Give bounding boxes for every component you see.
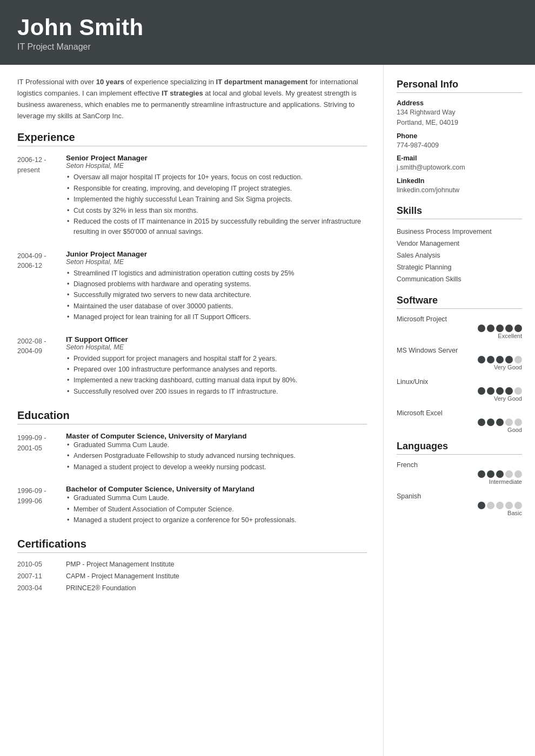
skill-item-1: Vendor Management: [397, 238, 522, 249]
personal-info-email: E-mail j.smith@uptowork.com: [397, 154, 522, 173]
dot: [505, 502, 513, 509]
education-title-2: Bachelor of Computer Science, University…: [66, 485, 367, 493]
software-section: Software Microsoft Project Excellent: [397, 295, 522, 433]
education-entry-2: 1996-09 - 1999-06 Bachelor of Computer S…: [17, 485, 367, 526]
candidate-title: IT Project Manager: [17, 42, 518, 52]
experience-entry-2: 2004-09 - 2006-12 Junior Project Manager…: [17, 250, 367, 323]
list-item: Reduced the costs of IT maintenance in 2…: [66, 217, 367, 238]
experience-company-2: Seton Hospital, ME: [66, 258, 367, 266]
cert-entry-2: 2007-11 CAPM - Project Management Instit…: [17, 572, 367, 580]
list-item: Implemented the highly successful Lean T…: [66, 194, 367, 205]
address-label: Address: [397, 99, 522, 107]
language-name-0: French: [397, 461, 522, 469]
software-name-3: Microsoft Excel: [397, 409, 522, 417]
list-item: Oversaw all major hospital IT projects f…: [66, 172, 367, 183]
phone-label: Phone: [397, 132, 522, 140]
list-item: Andersen Postgraduate Fellowship to stud…: [66, 451, 367, 461]
education-bullets-1: Graduated Summa Cum Laude. Andersen Post…: [66, 440, 367, 473]
personal-info-section: Personal Info Address 134 Rightward WayP…: [397, 79, 522, 195]
list-item: Cut costs by 32% in less than six months…: [66, 206, 367, 216]
education-date-2: 1996-09 - 1999-06: [17, 485, 66, 526]
list-item: Prepared over 100 infrastructure perform…: [66, 364, 367, 375]
dot: [496, 470, 504, 478]
language-dots-1: [397, 502, 522, 509]
list-item: Successfully migrated two servers to new…: [66, 290, 367, 300]
experience-company-1: Seton Hospital, ME: [66, 162, 367, 170]
personal-info-linkedin: LinkedIn linkedin.com/johnutw: [397, 177, 522, 195]
software-label-1: Very Good: [397, 364, 522, 370]
email-label: E-mail: [397, 154, 522, 162]
experience-entry-3: 2002-08 - 2004-09 IT Support Officer Set…: [17, 335, 367, 398]
list-item: Graduated Summa Cum Laude.: [66, 493, 367, 503]
languages-section: Languages French Intermediate Spanis: [397, 441, 522, 516]
dot: [496, 387, 504, 395]
summary: IT Professional with over 10 years of ex…: [17, 77, 367, 122]
right-column: Personal Info Address 134 Rightward WayP…: [384, 65, 535, 756]
cert-name-3: PRINCE2® Foundation: [66, 584, 136, 592]
experience-company-3: Seton Hospital, ME: [66, 343, 367, 351]
experience-date-1: 2006-12 - present: [17, 154, 66, 238]
language-label-1: Basic: [397, 510, 522, 516]
experience-heading: Experience: [17, 131, 367, 146]
cert-date-2: 2007-11: [17, 572, 66, 580]
list-item: Maintained the user database of over 300…: [66, 301, 367, 312]
software-entry-2: Linux/Unix Very Good: [397, 378, 522, 402]
experience-content-1: Senior Project Manager Seton Hospital, M…: [66, 154, 367, 238]
experience-title-2: Junior Project Manager: [66, 250, 367, 258]
linkedin-label: LinkedIn: [397, 177, 522, 185]
header: John Smith IT Project Manager: [0, 0, 535, 65]
education-content-2: Bachelor of Computer Science, University…: [66, 485, 367, 526]
languages-heading: Languages: [397, 441, 522, 455]
list-item: Responsible for creating, improving, and…: [66, 184, 367, 194]
dot: [505, 470, 513, 478]
cert-entry-3: 2003-04 PRINCE2® Foundation: [17, 584, 367, 592]
dot: [505, 356, 513, 363]
experience-content-3: IT Support Officer Seton Hospital, ME Pr…: [66, 335, 367, 398]
software-name-1: MS Windows Server: [397, 347, 522, 354]
language-entry-1: Spanish Basic: [397, 492, 522, 516]
certifications-heading: Certifications: [17, 538, 367, 553]
dot: [505, 387, 513, 395]
skill-item-3: Strategic Planning: [397, 261, 522, 273]
list-item: Graduated Summa Cum Laude.: [66, 440, 367, 450]
software-name-0: Microsoft Project: [397, 315, 522, 323]
dot: [505, 418, 513, 426]
dot: [487, 325, 494, 332]
personal-info-address: Address 134 Rightward WayPortland, ME, 0…: [397, 99, 522, 128]
phone-value: 774-987-4009: [397, 140, 522, 151]
education-title-1: Master of Computer Science, University o…: [66, 432, 367, 440]
software-label-2: Very Good: [397, 395, 522, 402]
experience-date-2: 2004-09 - 2006-12: [17, 250, 66, 323]
cert-date-3: 2003-04: [17, 584, 66, 592]
personal-info-phone: Phone 774-987-4009: [397, 132, 522, 151]
body-layout: IT Professional with over 10 years of ex…: [0, 65, 535, 756]
linkedin-value: linkedin.com/johnutw: [397, 185, 522, 195]
resume-container: John Smith IT Project Manager IT Profess…: [0, 0, 535, 756]
dot: [514, 325, 522, 332]
list-item: Managed a student project to develop a w…: [66, 462, 367, 473]
dot: [478, 470, 485, 478]
dot: [478, 356, 485, 363]
cert-name-1: PMP - Project Management Institute: [66, 561, 175, 568]
software-dots-1: [397, 356, 522, 363]
list-item: Managed a student project to organize a …: [66, 515, 367, 525]
language-entry-0: French Intermediate: [397, 461, 522, 485]
dot: [514, 502, 522, 509]
software-label-3: Good: [397, 427, 522, 433]
dot: [505, 325, 513, 332]
dot: [514, 387, 522, 395]
experience-bullets-3: Provided support for project managers an…: [66, 354, 367, 397]
language-name-1: Spanish: [397, 492, 522, 500]
software-entry-1: MS Windows Server Very Good: [397, 347, 522, 370]
list-item: Implemented a new tracking dashboard, cu…: [66, 375, 367, 386]
software-dots-0: [397, 325, 522, 332]
list-item: Provided support for project managers an…: [66, 354, 367, 364]
dot: [496, 356, 504, 363]
software-name-2: Linux/Unix: [397, 378, 522, 386]
experience-content-2: Junior Project Manager Seton Hospital, M…: [66, 250, 367, 323]
dot: [487, 387, 494, 395]
education-bullets-2: Graduated Summa Cum Laude. Member of Stu…: [66, 493, 367, 525]
skill-item-2: Sales Analysis: [397, 249, 522, 261]
dot: [478, 502, 485, 509]
education-date-1: 1999-09 - 2001-05: [17, 432, 66, 473]
